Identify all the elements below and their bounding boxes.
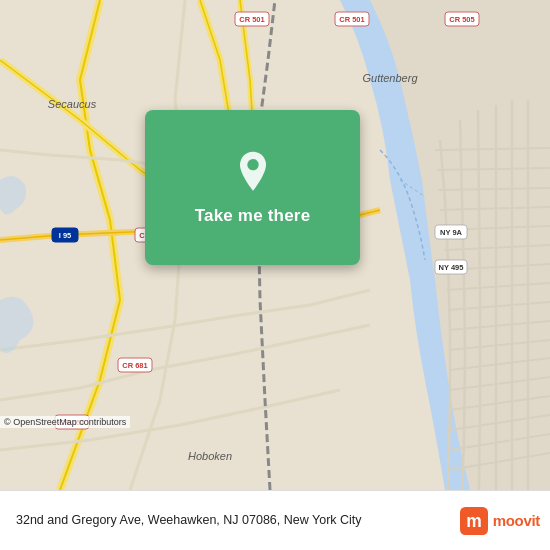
map-container: NY 9A NY 495 CR 501 CR 501 CR 505 NJ 49 …: [0, 0, 550, 490]
address-text: 32nd and Gregory Ave, Weehawken, NJ 0708…: [16, 512, 460, 530]
moovit-logo: m moovit: [460, 507, 540, 535]
svg-text:m: m: [466, 511, 482, 531]
osm-attribution: © OpenStreetMap contributors: [0, 416, 130, 428]
bottom-bar: 32nd and Gregory Ave, Weehawken, NJ 0708…: [0, 490, 550, 550]
take-me-there-button[interactable]: Take me there: [195, 206, 311, 226]
svg-text:CR 501: CR 501: [239, 15, 264, 24]
moovit-icon: m: [460, 507, 488, 535]
svg-text:Hoboken: Hoboken: [188, 450, 232, 462]
svg-text:I 95: I 95: [59, 231, 72, 240]
svg-text:NY 9A: NY 9A: [440, 228, 463, 237]
svg-point-31: [247, 158, 258, 169]
svg-text:Secaucus: Secaucus: [48, 98, 97, 110]
svg-text:NY 495: NY 495: [439, 263, 464, 272]
moovit-wordmark: moovit: [493, 512, 540, 529]
location-pin-icon: [231, 150, 275, 194]
svg-text:CR 505: CR 505: [449, 15, 474, 24]
svg-text:CR 681: CR 681: [122, 361, 147, 370]
location-card: Take me there: [145, 110, 360, 265]
svg-text:CR 501: CR 501: [339, 15, 364, 24]
svg-text:Guttenberg: Guttenberg: [362, 72, 418, 84]
